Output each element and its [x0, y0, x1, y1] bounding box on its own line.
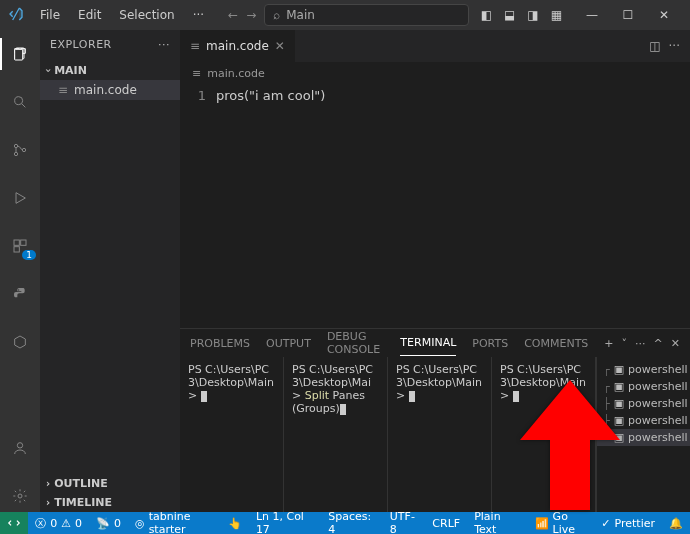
activity-bar: 1 — [0, 30, 40, 512]
code-line: pros("i am cool") — [216, 88, 325, 328]
terminal-list: ┌▣powershell ┌▣powershell ├▣powershell ├… — [596, 357, 690, 512]
maximize-panel-icon[interactable]: ^ — [654, 331, 663, 356]
sidebar-title: EXPLORER — [50, 38, 112, 51]
code-editor[interactable]: 1 pros("i am cool") — [180, 84, 690, 328]
chevron-right-icon — [46, 496, 50, 509]
nav-arrows: ← → — [228, 8, 256, 22]
folder-section[interactable]: MAIN — [40, 61, 180, 80]
tab-output[interactable]: OUTPUT — [266, 331, 311, 356]
sb-tabnine[interactable]: ◎tabnine starter👆 — [128, 510, 249, 534]
tab-ports[interactable]: PORTS — [472, 331, 508, 356]
sb-eol[interactable]: CRLF — [425, 510, 467, 534]
terminal-dropdown-icon[interactable]: ˅ — [622, 331, 628, 356]
svg-point-10 — [18, 494, 22, 498]
svg-rect-6 — [14, 240, 19, 245]
run-debug-icon[interactable] — [0, 182, 40, 214]
svg-point-9 — [17, 443, 22, 448]
tab-comments[interactable]: COMMENTS — [524, 331, 588, 356]
customize-layout-icon[interactable]: ▦ — [547, 4, 566, 26]
sb-spaces[interactable]: Spaces: 4 — [321, 510, 383, 534]
layout-controls: ◧ ⬓ ◨ ▦ — [477, 4, 566, 26]
new-terminal-icon[interactable]: + — [604, 331, 613, 356]
sb-language[interactable]: Plain Text — [467, 510, 527, 534]
svg-rect-7 — [21, 240, 26, 245]
terminal-list-item[interactable]: ├▣powershell — [597, 412, 690, 429]
file-icon: ≡ — [58, 83, 68, 97]
close-panel-icon[interactable]: ✕ — [671, 331, 680, 356]
file-icon: ≡ — [190, 39, 200, 53]
chevron-right-icon — [46, 477, 50, 490]
split-editor-icon[interactable]: ◫ — [649, 39, 660, 53]
breadcrumb[interactable]: ≡ main.code — [180, 62, 690, 84]
nav-back-icon[interactable]: ← — [228, 8, 238, 22]
sb-errors[interactable]: ⓧ0⚠0 — [28, 516, 89, 531]
svg-point-3 — [14, 144, 17, 147]
tab-terminal[interactable]: TERMINAL — [400, 330, 456, 356]
settings-gear-icon[interactable] — [0, 480, 40, 512]
panel-more-icon[interactable]: ··· — [635, 331, 646, 356]
close-button[interactable]: ✕ — [646, 0, 682, 30]
close-tab-icon[interactable]: ✕ — [275, 39, 285, 53]
menu-bar: File Edit Selection ··· — [32, 4, 212, 26]
window-controls: — ☐ ✕ — [574, 0, 682, 30]
command-center[interactable]: ⌕ Main — [264, 4, 468, 26]
maximize-button[interactable]: ☐ — [610, 0, 646, 30]
terminal-pane-2[interactable]: PS C:\Users\PC3\Desktop\Mai> Split Panes… — [284, 357, 388, 512]
python-icon[interactable] — [0, 278, 40, 310]
svg-rect-8 — [14, 247, 19, 252]
account-icon[interactable] — [0, 432, 40, 464]
menu-edit[interactable]: Edit — [70, 4, 109, 26]
editor-more-icon[interactable]: ··· — [669, 39, 680, 53]
svg-point-4 — [14, 152, 17, 155]
sb-golive[interactable]: 📶Go Live — [528, 510, 595, 534]
source-control-icon[interactable] — [0, 134, 40, 166]
outline-section[interactable]: OUTLINE — [40, 474, 180, 493]
tab-bar: ≡ main.code ✕ ◫ ··· — [180, 30, 690, 62]
remote-indicator[interactable] — [0, 512, 28, 534]
hex-icon[interactable] — [0, 326, 40, 358]
extensions-icon[interactable]: 1 — [0, 230, 40, 262]
error-icon: ⓧ — [35, 516, 46, 531]
warning-icon: ⚠ — [61, 517, 71, 530]
powershell-icon: ▣ — [614, 380, 624, 393]
terminal-list-item[interactable]: └▣powershell — [597, 429, 690, 446]
terminal-pane-3[interactable]: PS C:\Users\PC3\Desktop\Main> — [388, 357, 492, 512]
search-activity-icon[interactable] — [0, 86, 40, 118]
vscode-icon — [8, 6, 24, 25]
terminal-list-item[interactable]: ┌▣powershell — [597, 378, 690, 395]
editor-tab-main[interactable]: ≡ main.code ✕ — [180, 30, 296, 62]
search-icon: ⌕ — [273, 8, 280, 22]
tabnine-icon: ◎ — [135, 517, 145, 530]
sb-bell-icon[interactable]: 🔔 — [662, 510, 690, 534]
explorer-sidebar: EXPLORER ··· MAIN ≡ main.code OUTLINE TI… — [40, 30, 180, 512]
terminal-pane-4[interactable]: PS C:\Users\PC3\Desktop\Main> — [492, 357, 596, 512]
explorer-icon[interactable] — [0, 38, 40, 70]
file-icon: ≡ — [192, 67, 201, 80]
sidebar-more-icon[interactable]: ··· — [158, 38, 170, 51]
toggle-secondary-icon[interactable]: ◨ — [523, 4, 542, 26]
sb-lncol[interactable]: Ln 1, Col 17 — [249, 510, 321, 534]
sb-prettier[interactable]: ✓Prettier — [594, 510, 662, 534]
check-icon: ✓ — [601, 517, 610, 530]
file-name: main.code — [74, 83, 137, 97]
menu-more[interactable]: ··· — [185, 4, 212, 26]
menu-selection[interactable]: Selection — [111, 4, 182, 26]
editor-area: ≡ main.code ✕ ◫ ··· ≡ main.code 1 pros("… — [180, 30, 690, 512]
toggle-sidebar-icon[interactable]: ◧ — [477, 4, 496, 26]
status-bar: ⓧ0⚠0 📡0 ◎tabnine starter👆 Ln 1, Col 17 S… — [0, 512, 690, 534]
tab-problems[interactable]: PROBLEMS — [190, 331, 250, 356]
powershell-icon: ▣ — [614, 414, 624, 427]
sb-encoding[interactable]: UTF-8 — [383, 510, 426, 534]
terminal-list-item[interactable]: ┌▣powershell — [597, 361, 690, 378]
titlebar: File Edit Selection ··· ← → ⌕ Main ◧ ⬓ ◨… — [0, 0, 690, 30]
powershell-icon: ▣ — [614, 431, 624, 444]
nav-forward-icon[interactable]: → — [246, 8, 256, 22]
file-item-main[interactable]: ≡ main.code — [40, 80, 180, 100]
terminal-list-item[interactable]: ├▣powershell — [597, 395, 690, 412]
minimize-button[interactable]: — — [574, 0, 610, 30]
menu-file[interactable]: File — [32, 4, 68, 26]
hand-icon: 👆 — [228, 517, 242, 530]
sb-ports[interactable]: 📡0 — [89, 517, 128, 530]
toggle-panel-icon[interactable]: ⬓ — [500, 4, 519, 26]
terminal-pane-1[interactable]: PS C:\Users\PC3\Desktop\Main> — [180, 357, 284, 512]
